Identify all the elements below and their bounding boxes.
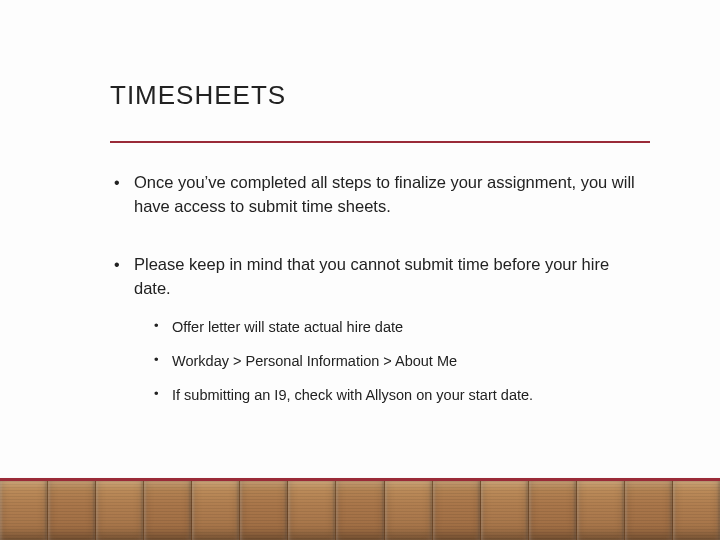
wood-plank (144, 481, 192, 540)
wood-plank (673, 481, 720, 540)
wood-plank (192, 481, 240, 540)
sub-bullet-list: Offer letter will state actual hire date… (134, 317, 650, 406)
list-item: Once you’ve completed all steps to final… (110, 171, 650, 219)
list-item: Workday > Personal Information > About M… (148, 351, 650, 371)
slide-content: TIMESHEETS Once you’ve completed all ste… (110, 80, 650, 440)
wood-plank (625, 481, 673, 540)
wood-plank (529, 481, 577, 540)
slide: TIMESHEETS Once you’ve completed all ste… (0, 0, 720, 540)
wood-plank (96, 481, 144, 540)
sub-bullet-text: If submitting an I9, check with Allyson … (172, 387, 533, 403)
title-underline (110, 141, 650, 143)
wood-plank (240, 481, 288, 540)
list-item: Please keep in mind that you cannot subm… (110, 253, 650, 406)
wood-plank (385, 481, 433, 540)
wood-plank (481, 481, 529, 540)
bullet-text: Please keep in mind that you cannot subm… (134, 255, 609, 297)
wood-plank (336, 481, 384, 540)
bullet-list: Once you’ve completed all steps to final… (110, 171, 650, 406)
wood-plank (0, 481, 48, 540)
wood-plank (577, 481, 625, 540)
wood-plank (433, 481, 481, 540)
list-item: If submitting an I9, check with Allyson … (148, 385, 650, 405)
wood-texture (0, 481, 720, 540)
wood-plank (288, 481, 336, 540)
wood-plank (48, 481, 96, 540)
list-item: Offer letter will state actual hire date (148, 317, 650, 337)
sub-bullet-text: Workday > Personal Information > About M… (172, 353, 457, 369)
slide-title: TIMESHEETS (110, 80, 650, 111)
sub-bullet-text: Offer letter will state actual hire date (172, 319, 403, 335)
footer (0, 478, 720, 540)
bullet-text: Once you’ve completed all steps to final… (134, 173, 635, 215)
